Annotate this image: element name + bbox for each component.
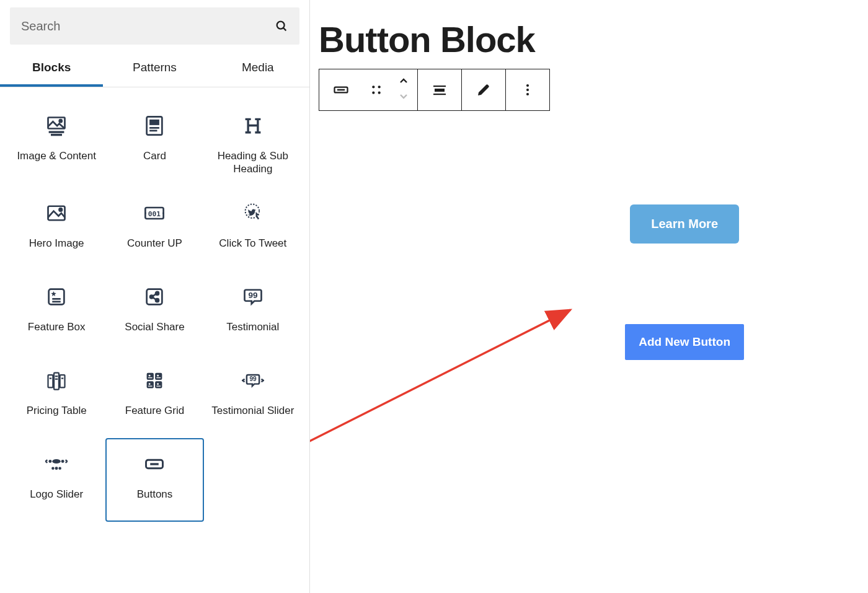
pricing-table-icon	[44, 368, 69, 393]
block-label: Testimonial Slider	[211, 404, 294, 417]
button-label: Learn More	[651, 217, 718, 231]
block-label: Click To Tweet	[219, 237, 286, 250]
block-label: Feature Box	[28, 320, 86, 333]
svg-text:99: 99	[249, 376, 257, 382]
search-input[interactable]	[21, 19, 275, 33]
move-up-icon[interactable]	[399, 76, 409, 89]
hero-image-icon	[44, 201, 69, 226]
svg-point-48	[49, 460, 52, 463]
button-block-preview: Learn More Add New Button	[625, 204, 744, 360]
page-title[interactable]: Button Block	[319, 19, 849, 60]
testimonial-icon: 99	[241, 284, 265, 309]
block-feature-grid[interactable]: Feature Grid	[105, 354, 203, 438]
block-image-content[interactable]: Image & Content	[7, 100, 105, 187]
svg-point-41	[157, 383, 159, 385]
testimonial-slider-icon: 99	[241, 368, 265, 393]
block-social-share[interactable]: Social Share	[105, 271, 203, 354]
card-icon	[142, 113, 167, 138]
feature-box-icon	[44, 284, 69, 309]
block-click-to-tweet[interactable]: Click To Tweet	[204, 187, 302, 271]
counter-up-icon: 001	[142, 201, 167, 226]
learn-more-button[interactable]: Learn More	[630, 204, 739, 244]
button-label: Add New Button	[639, 335, 730, 348]
svg-point-50	[51, 467, 55, 470]
svg-rect-42	[148, 377, 153, 377]
blocks-grid: Image & Content Card Heading & Sub Headi…	[0, 87, 309, 534]
block-card[interactable]: Card	[105, 100, 203, 187]
social-share-icon	[142, 284, 167, 309]
block-hero-image[interactable]: Hero Image	[7, 187, 105, 271]
svg-line-1	[283, 28, 286, 30]
block-label: Heading & Sub Heading	[209, 149, 297, 176]
editor-canvas: Button Block	[310, 0, 868, 593]
block-counter-up[interactable]: 001 Counter UP	[105, 187, 203, 271]
svg-point-64	[526, 84, 529, 87]
svg-point-52	[59, 467, 62, 470]
svg-point-39	[157, 374, 159, 376]
block-testimonial[interactable]: 99 Testimonial	[204, 271, 302, 354]
tab-label: Patterns	[133, 61, 177, 74]
svg-rect-7	[150, 120, 160, 125]
toolbar-move-group	[390, 69, 417, 110]
toolbar-more-options[interactable]	[506, 69, 549, 110]
svg-point-51	[55, 467, 58, 470]
svg-point-49	[61, 460, 64, 463]
svg-text:001: 001	[148, 209, 161, 217]
block-label: Card	[143, 149, 166, 162]
svg-rect-43	[157, 377, 161, 377]
svg-point-40	[149, 383, 151, 385]
move-down-icon[interactable]	[399, 91, 409, 103]
buttons-icon	[142, 452, 167, 477]
svg-point-66	[526, 93, 529, 95]
block-label: Image & Content	[17, 149, 96, 162]
tab-label: Media	[242, 61, 274, 74]
feature-grid-icon	[142, 368, 167, 393]
svg-rect-20	[147, 289, 162, 304]
click-to-tweet-icon	[241, 201, 265, 226]
logo-slider-icon	[44, 452, 69, 477]
block-buttons[interactable]: Buttons	[105, 438, 203, 522]
block-pricing-table[interactable]: Pricing Table	[7, 354, 105, 438]
svg-point-58	[378, 86, 381, 88]
block-heading-subheading[interactable]: Heading & Sub Heading	[204, 100, 302, 187]
svg-rect-37	[156, 381, 162, 388]
tab-patterns[interactable]: Patterns	[103, 50, 206, 87]
svg-rect-34	[147, 372, 154, 379]
toolbar-align[interactable]	[418, 69, 461, 110]
svg-rect-44	[148, 385, 153, 386]
block-label: Social Share	[125, 320, 184, 333]
tab-blocks[interactable]: Blocks	[0, 50, 103, 87]
inserter-tabs: Blocks Patterns Media	[0, 50, 309, 87]
search-wrap	[0, 0, 309, 50]
svg-point-59	[372, 92, 374, 94]
search-box[interactable]	[10, 7, 299, 45]
block-label: Logo Slider	[30, 488, 83, 501]
svg-rect-45	[157, 385, 161, 386]
svg-line-68	[310, 310, 570, 508]
svg-point-57	[372, 86, 374, 88]
toolbar-style[interactable]	[462, 69, 505, 110]
block-label: Pricing Table	[27, 404, 87, 417]
svg-text:99: 99	[248, 291, 257, 300]
svg-point-0	[277, 22, 285, 29]
svg-rect-29	[60, 375, 65, 387]
svg-line-25	[153, 297, 156, 299]
add-new-button[interactable]: Add New Button	[625, 324, 744, 360]
svg-rect-62	[435, 89, 445, 92]
block-feature-box[interactable]: Feature Box	[7, 271, 105, 354]
svg-rect-28	[54, 372, 59, 389]
toolbar-drag-handle[interactable]	[363, 69, 390, 110]
block-label: Buttons	[137, 488, 173, 501]
svg-rect-6	[147, 116, 162, 134]
svg-point-65	[526, 89, 529, 91]
svg-rect-63	[433, 94, 446, 95]
block-toolbar	[319, 69, 550, 111]
image-content-icon	[44, 113, 69, 138]
tab-media[interactable]: Media	[206, 50, 309, 87]
svg-rect-36	[147, 381, 154, 388]
toolbar-block-type[interactable]	[319, 69, 363, 110]
svg-point-47	[52, 459, 61, 463]
block-testimonial-slider[interactable]: 99 Testimonial Slider	[204, 354, 302, 438]
block-logo-slider[interactable]: Logo Slider	[7, 438, 105, 522]
svg-rect-27	[48, 375, 53, 387]
